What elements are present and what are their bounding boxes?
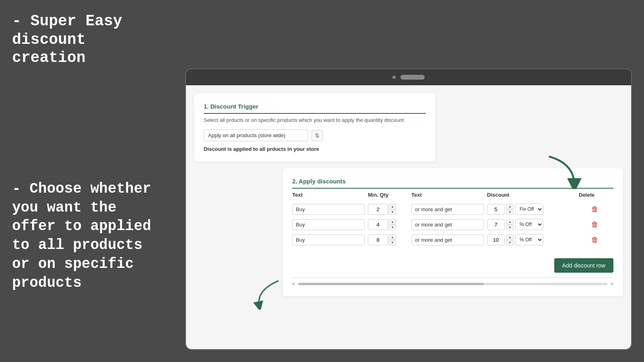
table-row: ▲ ▼ ▲ ▼ % Off Fix Off 🗑 <box>292 219 613 230</box>
subheadline: - Choose whether you want the offer to a… <box>12 180 165 293</box>
device-topbar <box>186 69 631 85</box>
row3-discount-type[interactable]: % Off Fix Off <box>515 234 543 245</box>
card1-title: 1. Discount Trigger <box>204 103 426 114</box>
row1-discount-type[interactable]: Fix Off % Off <box>515 204 543 215</box>
discount-applied-text: Discount is applied to all prducts in yo… <box>204 146 426 152</box>
select-spinner[interactable]: ⇅ <box>312 130 323 141</box>
select-wrapper: Apply on all products (store wide) ⇅ <box>204 130 426 141</box>
row1-text2-input[interactable] <box>411 204 484 215</box>
device-pill <box>400 75 425 80</box>
table-row: ▲ ▼ ▲ ▼ % Off Fix Off 🗑 <box>292 234 613 245</box>
row1-discount-down[interactable]: ▼ <box>506 210 514 215</box>
left-panel: - Super Easy discount creation - Choose … <box>12 12 165 293</box>
row1-discount-num[interactable] <box>487 204 505 215</box>
row2-qty-up[interactable]: ▲ <box>389 219 396 224</box>
arrow-down-right-icon <box>545 153 582 189</box>
scrollbar-row: < > <box>292 278 613 287</box>
headline: - Super Easy discount creation <box>12 12 165 67</box>
device-dot <box>392 76 396 79</box>
col-delete: Delete <box>579 192 611 198</box>
row3-discount-down[interactable]: ▼ <box>506 240 514 245</box>
row3-qty-input[interactable] <box>368 234 388 245</box>
row3-qty-down[interactable]: ▼ <box>389 240 396 245</box>
row2-discount-up[interactable]: ▲ <box>506 219 514 224</box>
row3-discount-num[interactable] <box>487 234 505 245</box>
row3-qty-spinner: ▲ ▼ <box>389 234 396 245</box>
row1-text1-input[interactable] <box>292 204 365 215</box>
row1-discount-up[interactable]: ▲ <box>506 204 514 209</box>
row1-qty-cell: ▲ ▼ <box>368 204 408 215</box>
arrow-left-icon <box>250 278 282 310</box>
col-text1: Text <box>292 192 365 198</box>
row1-qty-spinner: ▲ ▼ <box>389 204 396 215</box>
row3-delete-button[interactable]: 🗑 <box>579 236 611 244</box>
row1-qty-up[interactable]: ▲ <box>389 204 396 209</box>
row3-discount-up[interactable]: ▲ <box>506 234 514 240</box>
row2-qty-spinner: ▲ ▼ <box>389 219 396 230</box>
discount-trigger-card: 1. Discount Trigger Select all prducts o… <box>194 93 436 162</box>
row3-qty-cell: ▲ ▼ <box>368 234 408 245</box>
row2-discount-num[interactable] <box>487 219 505 230</box>
row2-discount-cell: ▲ ▼ % Off Fix Off <box>487 219 576 230</box>
row3-qty-up[interactable]: ▲ <box>389 234 396 240</box>
col-discount: Discount <box>487 192 576 198</box>
row2-discount-spinner: ▲ ▼ <box>506 219 514 230</box>
col-min-qty: Min. Qty <box>368 192 408 198</box>
card1-description: Select all prducts or on specific produc… <box>204 117 426 123</box>
row2-qty-down[interactable]: ▼ <box>389 225 396 230</box>
scroll-left-arrow[interactable]: < <box>292 281 295 287</box>
row3-discount-spinner: ▲ ▼ <box>506 234 514 245</box>
row2-text1-input[interactable] <box>292 219 365 230</box>
row2-qty-cell: ▲ ▼ <box>368 219 408 230</box>
row1-delete-button[interactable]: 🗑 <box>579 205 611 214</box>
row2-text2-input[interactable] <box>411 219 484 230</box>
table-row: ▲ ▼ ▲ ▼ Fix Off % Off 🗑 <box>292 204 613 215</box>
add-discount-row-button[interactable]: Add discount row <box>554 258 613 273</box>
row2-discount-down[interactable]: ▼ <box>506 225 514 230</box>
row3-text2-input[interactable] <box>411 234 484 245</box>
row2-discount-type[interactable]: % Off Fix Off <box>515 219 543 230</box>
row1-discount-spinner: ▲ ▼ <box>506 204 514 215</box>
row1-discount-cell: ▲ ▼ Fix Off % Off <box>487 204 576 215</box>
scroll-right-arrow[interactable]: > <box>611 281 613 287</box>
row1-qty-input[interactable] <box>368 204 388 215</box>
col-text2: Text <box>411 192 484 198</box>
product-select[interactable]: Apply on all products (store wide) <box>204 130 308 141</box>
row3-discount-cell: ▲ ▼ % Off Fix Off <box>487 234 576 245</box>
table-header: Text Min. Qty Text Discount Delete <box>292 192 613 200</box>
row2-delete-button[interactable]: 🗑 <box>579 220 611 229</box>
row2-qty-input[interactable] <box>368 219 388 230</box>
row1-qty-down[interactable]: ▼ <box>389 210 396 215</box>
row3-text1-input[interactable] <box>292 234 365 245</box>
